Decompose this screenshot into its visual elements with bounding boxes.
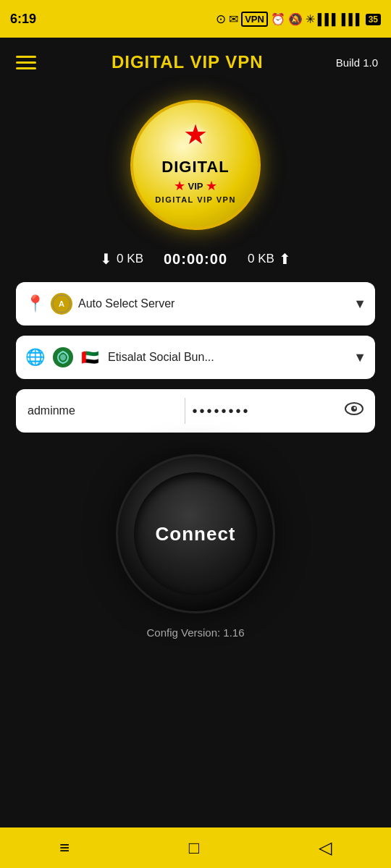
header: DIGITAL VIP VPN Build 1.0 [0, 38, 391, 87]
logo-vip-text: VIP [188, 181, 203, 192]
muted-icon: 🔕 [288, 12, 303, 26]
credentials-row: adminme •••••••• [16, 389, 375, 433]
download-stat: ⬇ 0 KB [100, 250, 143, 268]
upload-value: 0 KB [248, 252, 274, 266]
logo-area: ★ DIGITAL ★ VIP ★ DIGITAL VIP VPN [0, 87, 391, 237]
message-icon: ✉ [229, 12, 238, 26]
password-field[interactable]: •••••••• [193, 403, 342, 420]
vpn-badge: VPN [241, 12, 268, 27]
config-version-text: Config Version: 1.16 [146, 626, 244, 639]
hamburger-menu[interactable] [13, 53, 39, 72]
server-dropdown-arrow: ▼ [353, 297, 366, 312]
upload-icon: ⬆ [279, 250, 291, 268]
username-field[interactable]: adminme [25, 404, 177, 417]
signal-bars-2: ▌▌▌ [342, 13, 363, 25]
cred-divider [185, 398, 185, 424]
nav-home-icon[interactable]: □ [189, 838, 200, 858]
session-timer: 00:00:00 [164, 251, 227, 268]
connect-area: Connect [0, 433, 391, 621]
uae-flag: 🇦🇪 [81, 349, 99, 366]
password-toggle-icon[interactable] [342, 399, 366, 423]
status-bar: 6:19 ⊙ ✉ VPN ⏰ 🔕 ✳ ▌▌▌ ▌▌▌ 35 [0, 0, 391, 38]
app-title: DIGITAL VIP VPN [39, 52, 336, 72]
svg-point-4 [354, 407, 356, 409]
stats-row: ⬇ 0 KB 00:00:00 0 KB ⬆ [0, 237, 391, 275]
hamburger-line-2 [16, 61, 36, 64]
connect-button-outer: Connect [116, 454, 275, 613]
build-version: Build 1.0 [336, 56, 378, 69]
hamburger-line-1 [16, 56, 36, 58]
status-icons: ⊙ ✉ VPN ⏰ 🔕 ✳ ▌▌▌ ▌▌▌ 35 [216, 12, 381, 27]
etisalat-logo [51, 349, 75, 366]
logo-text-digital: DIGITAL [161, 158, 229, 176]
alarm-icon: ⏰ [271, 12, 285, 26]
network-dropdown-value: Etisalat Social Bun... [108, 351, 348, 364]
nav-back-icon[interactable]: ◁ [319, 838, 332, 858]
server-dropdown-value: Auto Select Server [78, 297, 348, 310]
bluetooth-icon: ✳ [306, 12, 315, 26]
upload-stat: 0 KB ⬆ [248, 250, 291, 268]
logo-sub-text: DIGITAL VIP VPN [155, 195, 236, 204]
logo-star-left: ★ [174, 178, 185, 194]
auto-server-icon: A [52, 294, 71, 313]
logo-stars-row: ★ VIP ★ [174, 178, 218, 194]
signal-bars-1: ▌▌▌ [318, 13, 339, 25]
battery-icon: 35 [366, 14, 381, 25]
bottom-nav: ≡ □ ◁ [0, 827, 391, 868]
status-time: 6:19 [10, 12, 36, 27]
connect-label: Connect [156, 523, 236, 545]
location-icon: 📍 [25, 294, 45, 313]
network-dropdown-arrow: ▼ [353, 350, 366, 365]
connect-button[interactable]: Connect [134, 472, 257, 595]
download-icon: ⬇ [100, 250, 112, 268]
hamburger-line-3 [16, 67, 36, 69]
server-flag: A [51, 293, 72, 315]
record-icon: ⊙ [216, 12, 226, 27]
config-version: Config Version: 1.16 [0, 626, 391, 639]
download-value: 0 KB [117, 252, 143, 266]
nav-menu-icon[interactable]: ≡ [59, 838, 70, 858]
logo-star-right: ★ [206, 178, 217, 194]
svg-text:A: A [59, 299, 64, 308]
network-icon: 🌐 [25, 348, 45, 367]
server-dropdown[interactable]: 📍 A Auto Select Server ▼ [16, 282, 375, 326]
logo-star-top: ★ [183, 119, 208, 150]
dropdown-container: 📍 A Auto Select Server ▼ 🌐 🇦🇪 Etisalat S… [0, 282, 391, 433]
etisalat-circle [53, 347, 73, 367]
logo-circle: ★ DIGITAL ★ VIP ★ DIGITAL VIP VPN [130, 100, 261, 230]
network-dropdown[interactable]: 🌐 🇦🇪 Etisalat Social Bun... ▼ [16, 336, 375, 379]
